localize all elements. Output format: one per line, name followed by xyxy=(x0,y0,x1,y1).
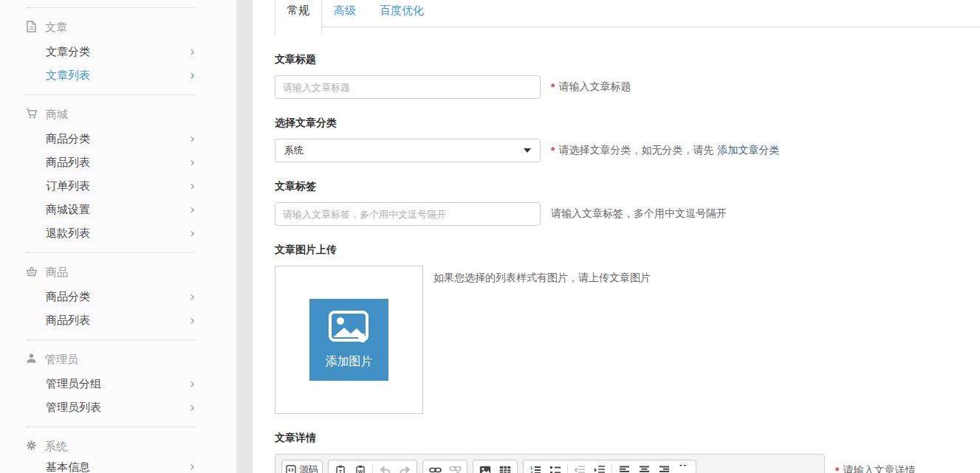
paste-as-text-button[interactable]: T xyxy=(332,462,349,473)
sidebar-item-refund-list[interactable]: 退款列表 › xyxy=(26,221,196,245)
sidebar-section-admin: 管理员 管理员分组 › 管理员列表 › xyxy=(26,339,196,427)
article-image-note: 如果您选择的列表样式有图片，请上传文章图片 xyxy=(434,272,651,285)
sidebar: 文章 文章分类 › 文章列表 › 商城 商品分类 › xyxy=(0,0,236,473)
toolbar-separator xyxy=(567,464,568,473)
chevron-right-icon: › xyxy=(191,401,196,413)
insert-table-button[interactable] xyxy=(497,462,513,473)
sidebar-section-title: 管理员 xyxy=(45,353,78,367)
sidebar-header-mall: 商城 xyxy=(26,106,196,122)
sidebar-header-articles: 文章 xyxy=(26,19,196,35)
sidebar-item-goods-list[interactable]: 商品列表 › xyxy=(26,151,196,174)
tab-advanced[interactable]: 高级 xyxy=(322,0,368,22)
align-left-button[interactable] xyxy=(616,462,632,473)
sidebar-item-article-category[interactable]: 文章分类 › xyxy=(26,40,196,63)
add-image-icon xyxy=(328,310,371,347)
article-title-note: * 请输入文章标题 xyxy=(551,80,631,94)
chevron-right-icon: › xyxy=(191,204,196,215)
toolbar-separator xyxy=(611,464,612,473)
field-article-title: 文章标题 * 请输入文章标题 xyxy=(275,53,980,99)
sidebar-item-product-category[interactable]: 商品分类 › xyxy=(26,285,196,308)
increase-indent-button[interactable] xyxy=(592,462,608,473)
category-select-value: 系统 xyxy=(284,144,304,157)
undo-button[interactable] xyxy=(377,462,393,473)
document-icon xyxy=(26,21,37,35)
article-tags-input[interactable] xyxy=(275,202,541,226)
user-icon xyxy=(26,353,37,366)
blockquote-button[interactable]: ” xyxy=(676,462,692,473)
sidebar-content-gutter xyxy=(236,0,253,473)
article-tags-label: 文章标签 xyxy=(275,180,980,193)
sidebar-item-article-list[interactable]: 文章列表 › xyxy=(26,63,196,87)
field-article-category: 选择文章分类 系统 * 请选择文章分类，如无分类，请先 添加文章分类 xyxy=(275,117,980,162)
chevron-right-icon: › xyxy=(191,291,196,303)
required-mark: * xyxy=(551,81,555,93)
category-select[interactable]: 系统 xyxy=(275,139,541,162)
ordered-list-button[interactable]: 12 xyxy=(527,462,544,473)
bulleted-list-button[interactable] xyxy=(547,462,563,473)
svg-text:W: W xyxy=(358,469,363,473)
sidebar-item-goods-category[interactable]: 商品分类 › xyxy=(26,127,196,151)
image-upload-dropzone[interactable]: 添加图片 xyxy=(275,266,423,414)
main-content: 常规 高级 百度优化 文章标题 * 请输入文章标题 选择文章分类 系统 xyxy=(253,0,980,473)
article-content-note: * 请输入文章详情 xyxy=(835,464,915,473)
chevron-right-icon: › xyxy=(191,46,196,58)
article-tags-note: 请输入文章标签，多个用中文逗号隔开 xyxy=(551,207,727,221)
add-image-button[interactable]: 添加图片 xyxy=(309,299,388,381)
paste-from-word-button[interactable]: W xyxy=(352,462,369,473)
insert-image-button[interactable] xyxy=(477,462,493,473)
article-image-label: 文章图片上传 xyxy=(275,244,980,257)
article-title-label: 文章标题 xyxy=(275,53,980,66)
align-right-button[interactable] xyxy=(656,462,672,473)
article-category-label: 选择文章分类 xyxy=(275,117,980,130)
sidebar-item-product-list[interactable]: 商品列表 › xyxy=(26,308,196,332)
chevron-right-icon: › xyxy=(191,227,196,239)
required-mark: * xyxy=(551,145,555,156)
align-center-button[interactable] xyxy=(636,462,652,473)
sidebar-item-admin-group[interactable]: 管理员分组 › xyxy=(26,372,196,396)
chevron-right-icon: › xyxy=(191,156,196,168)
sidebar-section-mall: 商城 商品分类 › 商品列表 › 订单列表 › 商城设置 › 退款列表 › xyxy=(26,94,196,252)
add-category-link[interactable]: 添加文章分类 xyxy=(717,144,779,157)
chevron-right-icon: › xyxy=(191,180,196,192)
sidebar-item-order-list[interactable]: 订单列表 › xyxy=(26,174,196,198)
redo-button[interactable] xyxy=(397,462,413,473)
tab-baidu-seo[interactable]: 百度优化 xyxy=(368,0,436,22)
tab-general[interactable]: 常规 xyxy=(275,0,322,35)
article-content-label: 文章详情 xyxy=(275,432,980,445)
sidebar-header-system: 系统 xyxy=(26,438,196,455)
toolbar-separator xyxy=(372,464,373,473)
source-code-button[interactable]: 源码 xyxy=(286,462,318,473)
sidebar-header-product: 商品 xyxy=(26,264,196,280)
app-window: 文章 文章分类 › 文章列表 › 商城 商品分类 › xyxy=(0,0,980,473)
sidebar-section-system: 系统 基本信息 › xyxy=(26,427,196,473)
chevron-right-icon: › xyxy=(191,460,196,472)
chevron-right-icon: › xyxy=(191,314,196,326)
editor-toolbar-row-1: 源码 T W xyxy=(281,460,818,473)
sidebar-section-articles: 文章 文章分类 › 文章列表 › xyxy=(26,7,196,94)
select-caret-icon xyxy=(524,148,531,153)
add-image-button-label: 添加图片 xyxy=(326,354,373,370)
basket-icon xyxy=(26,266,38,280)
sidebar-section-title: 商城 xyxy=(46,108,68,122)
chevron-right-icon: › xyxy=(191,69,196,81)
article-title-input[interactable] xyxy=(275,75,541,99)
sidebar-item-admin-list[interactable]: 管理员列表 › xyxy=(26,396,196,419)
unlink-button[interactable] xyxy=(447,462,463,473)
svg-text:T: T xyxy=(339,469,343,473)
article-category-note: * 请选择文章分类，如无分类，请先 添加文章分类 xyxy=(551,144,779,157)
decrease-indent-button[interactable] xyxy=(572,462,588,473)
sidebar-item-basic-info[interactable]: 基本信息 › xyxy=(26,459,196,473)
field-article-tags: 文章标签 请输入文章标签，多个用中文逗号隔开 xyxy=(275,180,980,226)
svg-text:1: 1 xyxy=(530,466,533,470)
link-button[interactable] xyxy=(427,462,443,473)
chevron-right-icon: › xyxy=(191,378,196,390)
sidebar-header-admin: 管理员 xyxy=(26,351,196,367)
cart-icon xyxy=(26,108,38,122)
chevron-right-icon: › xyxy=(191,133,196,145)
field-article-content: 文章详情 源码 T xyxy=(275,432,980,473)
tab-bar: 常规 高级 百度优化 xyxy=(275,0,980,35)
gear-icon xyxy=(26,440,37,453)
sidebar-item-mall-settings[interactable]: 商城设置 › xyxy=(26,198,196,221)
sidebar-section-title: 商品 xyxy=(46,266,68,280)
required-mark: * xyxy=(835,465,839,473)
